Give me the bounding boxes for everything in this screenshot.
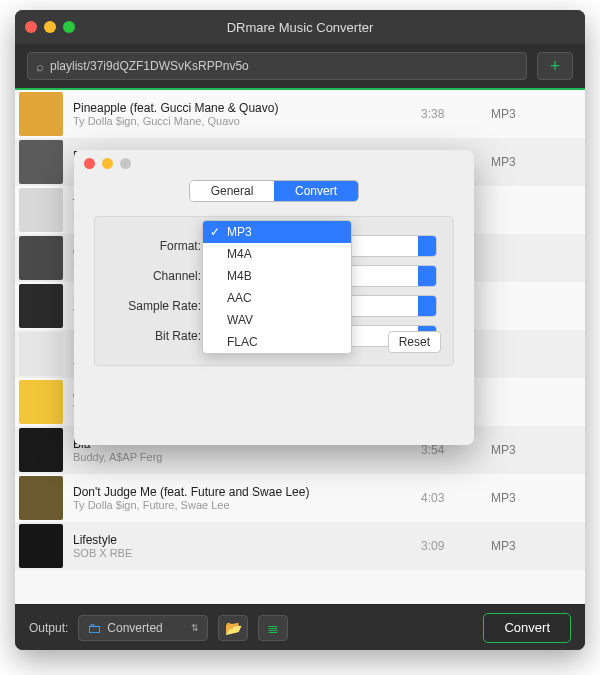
track-duration: 3:38 (421, 107, 491, 121)
album-art (19, 476, 63, 520)
minimize-icon[interactable] (102, 158, 113, 169)
tab-general[interactable]: General (190, 181, 274, 201)
album-art (19, 236, 63, 280)
album-art (19, 380, 63, 424)
format-option[interactable]: MP3 (203, 221, 351, 243)
track-title: Don't Judge Me (feat. Future and Swae Le… (73, 485, 421, 499)
track-meta: LifestyleSOB X RBE (73, 533, 421, 559)
modal-titlebar (74, 150, 474, 176)
reset-button[interactable]: Reset (388, 331, 441, 353)
format-dropdown: MP3M4AM4BAACWAVFLAC (202, 220, 352, 354)
track-artist: Ty Dolla $ign, Future, Swae Lee (73, 499, 421, 511)
track-meta: Pineapple (feat. Gucci Mane & Quavo)Ty D… (73, 101, 421, 127)
format-option[interactable]: AAC (203, 287, 351, 309)
format-option[interactable]: M4B (203, 265, 351, 287)
track-format: MP3 (491, 107, 561, 121)
track-format: MP3 (491, 443, 561, 457)
album-art (19, 524, 63, 568)
bitrate-label: Bit Rate: (111, 329, 201, 343)
add-button[interactable]: + (537, 52, 573, 80)
track-format: MP3 (491, 155, 561, 169)
track-artist: Ty Dolla $ign, Gucci Mane, Quavo (73, 115, 421, 127)
track-row[interactable]: Pineapple (feat. Gucci Mane & Quavo)Ty D… (15, 90, 585, 138)
folder-icon: 🗀 (87, 620, 101, 636)
tab-convert[interactable]: Convert (274, 181, 358, 201)
maximize-icon (120, 158, 131, 169)
app-title: DRmare Music Converter (15, 20, 585, 35)
format-option[interactable]: FLAC (203, 331, 351, 353)
track-meta: Don't Judge Me (feat. Future and Swae Le… (73, 485, 421, 511)
track-duration: 3:54 (421, 443, 491, 457)
album-art (19, 284, 63, 328)
album-art (19, 188, 63, 232)
search-field-wrap: ⌕ (27, 52, 527, 80)
titlebar: DRmare Music Converter (15, 10, 585, 44)
list-view-button[interactable]: ≣ (258, 615, 288, 641)
convert-button[interactable]: Convert (483, 613, 571, 643)
track-row[interactable]: LifestyleSOB X RBE3:09MP3 (15, 522, 585, 570)
track-format: MP3 (491, 491, 561, 505)
output-label: Output: (29, 621, 68, 635)
chevron-updown-icon: ⇅ (191, 623, 199, 633)
album-art (19, 140, 63, 184)
album-art (19, 332, 63, 376)
close-icon[interactable] (84, 158, 95, 169)
track-title: Lifestyle (73, 533, 421, 547)
channel-label: Channel: (111, 269, 201, 283)
search-input[interactable] (50, 59, 518, 73)
tab-switcher: General Convert (189, 180, 359, 202)
output-folder-select[interactable]: 🗀 Converted ⇅ (78, 615, 208, 641)
plus-icon: + (550, 56, 561, 77)
search-bar: ⌕ + (15, 44, 585, 90)
samplerate-label: Sample Rate: (111, 299, 201, 313)
output-folder-name: Converted (107, 621, 162, 635)
format-label: Format: (111, 239, 201, 253)
search-icon: ⌕ (36, 59, 44, 74)
list-icon: ≣ (267, 620, 279, 636)
format-option[interactable]: WAV (203, 309, 351, 331)
open-folder-button[interactable]: 📂 (218, 615, 248, 641)
track-duration: 3:09 (421, 539, 491, 553)
open-folder-icon: 📂 (225, 620, 242, 636)
album-art (19, 92, 63, 136)
track-artist: SOB X RBE (73, 547, 421, 559)
track-title: Pineapple (feat. Gucci Mane & Quavo) (73, 101, 421, 115)
track-artist: Buddy, A$AP Ferg (73, 451, 421, 463)
preferences-modal: General Convert Format: Channel: Sample … (74, 150, 474, 445)
track-duration: 4:03 (421, 491, 491, 505)
track-format: MP3 (491, 539, 561, 553)
track-row[interactable]: Don't Judge Me (feat. Future and Swae Le… (15, 474, 585, 522)
main-window: DRmare Music Converter ⌕ + Pineapple (fe… (15, 10, 585, 650)
footer: Output: 🗀 Converted ⇅ 📂 ≣ Convert (15, 604, 585, 650)
format-option[interactable]: M4A (203, 243, 351, 265)
album-art (19, 428, 63, 472)
